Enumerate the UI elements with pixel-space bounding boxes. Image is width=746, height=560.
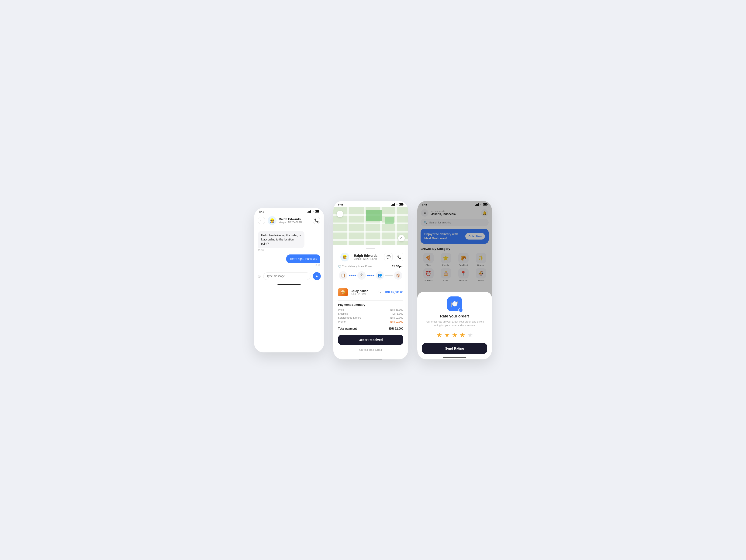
step-4-icon: 🏠 bbox=[394, 271, 402, 280]
stars-row: ★ ★ ★ ★ ★ bbox=[422, 331, 487, 339]
price-value: IDR 45,000 bbox=[390, 308, 403, 311]
message-bubble-outgoing: That's right, thank you bbox=[286, 254, 320, 263]
order-item-price: IDR 45,000.00 bbox=[385, 290, 403, 294]
star-4[interactable]: ★ bbox=[459, 331, 465, 339]
home-bar-2 bbox=[333, 357, 408, 359]
rating-description: Your order has arrived. Enjoy your order… bbox=[422, 320, 487, 328]
chat-input-area: ⊕ ➤ bbox=[254, 270, 324, 282]
price-label: Price bbox=[338, 308, 344, 311]
order-driver-info: Ralph Edwards Vespa · N123456AB bbox=[354, 254, 384, 260]
divider-2 bbox=[338, 300, 403, 301]
home-bar-1 bbox=[254, 282, 324, 287]
signal-icon bbox=[308, 211, 311, 213]
total-value: IDR 52,000 bbox=[389, 327, 403, 330]
status-bar-1: 9:41 ▲ bbox=[254, 208, 324, 214]
attach-icon[interactable]: ⊕ bbox=[257, 274, 261, 279]
payment-title: Payment Summary bbox=[338, 303, 403, 306]
order-received-button[interactable]: Order Received bbox=[338, 335, 403, 345]
call-button[interactable]: 📞 bbox=[313, 217, 320, 224]
map-back-button[interactable]: ← bbox=[337, 211, 343, 217]
home-indicator bbox=[278, 284, 301, 285]
map-compass[interactable]: ⊙ bbox=[398, 235, 405, 242]
call-action-button[interactable]: 📞 bbox=[395, 253, 403, 261]
battery-icon bbox=[315, 211, 319, 213]
order-driver-avatar: 👷 bbox=[340, 253, 349, 261]
payment-row-promo: Promo -IDR 10,000 bbox=[338, 320, 403, 323]
chat-messages: Hello! I'm delivering the order, is it a… bbox=[254, 228, 324, 270]
message-bubble-incoming: Hello! I'm delivering the order, is it a… bbox=[258, 231, 305, 248]
order-item-info: Spicy Italian 225g · 347kcal bbox=[351, 289, 376, 295]
message-outgoing: That's right, thank you 15:18 bbox=[258, 254, 320, 267]
driver-name: Ralph Edwards bbox=[279, 217, 313, 221]
status-time-2: 9:41 bbox=[338, 203, 343, 206]
message-time-incoming: 15:18 bbox=[258, 249, 264, 252]
step-line-1 bbox=[349, 275, 356, 276]
message-time-outgoing: 15:18 bbox=[314, 264, 320, 267]
status-time-1: 9:41 bbox=[259, 210, 264, 213]
order-driver-row: 👷 Ralph Edwards Vespa · N123456AB 💬 📞 bbox=[338, 253, 403, 261]
check-badge-icon: ✓ bbox=[458, 308, 463, 312]
map-area: ← ⊙ bbox=[333, 207, 408, 245]
chat-header: ← 👷 Ralph Edwards Vespa · N123456AB 📞 bbox=[254, 214, 324, 228]
progress-steps: 📋 ⏱️ 👥 🏠 bbox=[338, 271, 403, 280]
driver-vehicle: Vespa · N123456AB bbox=[279, 221, 313, 224]
delivery-time-row: 🕐 Your delivery time · 12min 15:30pm bbox=[338, 265, 403, 268]
send-message-button[interactable]: ➤ bbox=[313, 272, 321, 280]
rating-overlay: 🍽️ ✓ Rate your order! Your order has arr… bbox=[417, 201, 492, 359]
order-item-meta: 225g · 347kcal bbox=[351, 293, 376, 295]
status-icons-1: ▲ bbox=[308, 210, 319, 213]
star-3[interactable]: ★ bbox=[452, 331, 458, 339]
cancel-order-button[interactable]: Cancel Your Order bbox=[338, 346, 403, 353]
divider-total bbox=[338, 325, 403, 325]
message-input[interactable] bbox=[263, 273, 311, 280]
divider-1 bbox=[338, 284, 403, 284]
payment-row-service: Service fees & more IDR 12,000 bbox=[338, 316, 403, 319]
order-sheet: 👷 Ralph Edwards Vespa · N123456AB 💬 📞 🕐 … bbox=[333, 245, 408, 357]
order-item-row: 🥪 Spicy Italian 225g · 347kcal 1x IDR 45… bbox=[338, 286, 403, 298]
shipping-label: Shipping bbox=[338, 312, 348, 315]
star-2[interactable]: ★ bbox=[444, 331, 450, 339]
food-thumbnail: 🥪 bbox=[338, 288, 348, 296]
wifi-icon-2: ▲ bbox=[396, 203, 398, 206]
message-incoming: Hello! I'm delivering the order, is it a… bbox=[258, 231, 320, 252]
phone-order: 9:41 ▲ bbox=[333, 201, 408, 359]
service-label: Service fees & more bbox=[338, 316, 361, 319]
rating-modal: 🍽️ ✓ Rate your order! Your order has arr… bbox=[417, 292, 492, 359]
scene: 9:41 ▲ ← 👷 Ralph Edwards Vespa · N123456… bbox=[233, 187, 513, 373]
driver-avatar: 👷 bbox=[268, 216, 277, 225]
star-1[interactable]: ★ bbox=[436, 331, 442, 339]
service-value: IDR 12,000 bbox=[390, 316, 403, 319]
driver-info: Ralph Edwards Vespa · N123456AB bbox=[279, 217, 313, 224]
step-line-3 bbox=[385, 275, 393, 276]
delivery-time-label: Your delivery time · 12min bbox=[342, 265, 372, 268]
back-arrow-icon: ← bbox=[260, 219, 263, 223]
back-button[interactable]: ← bbox=[258, 217, 265, 224]
send-rating-button[interactable]: Send Rating bbox=[422, 343, 487, 354]
drag-handle bbox=[366, 248, 375, 249]
chat-action-button[interactable]: 💬 bbox=[384, 253, 393, 261]
rating-title: Rate your order! bbox=[422, 314, 487, 318]
status-icons-2: ▲ bbox=[392, 203, 403, 206]
step-2-icon: ⏱️ bbox=[357, 271, 366, 280]
clock-icon: 🕐 bbox=[338, 265, 341, 268]
home-indicator-2 bbox=[359, 359, 382, 359]
wifi-icon: ▲ bbox=[312, 210, 314, 213]
total-label: Total payment bbox=[338, 327, 357, 330]
phone-rating: 9:41 ▲ ≡ Current location Jakarta, Indon… bbox=[417, 201, 492, 359]
home-bar-3 bbox=[417, 355, 492, 359]
payment-summary: Payment Summary Price IDR 45,000 Shippin… bbox=[338, 303, 403, 330]
step-1-icon: 📋 bbox=[339, 271, 347, 280]
delivery-time-badge: 🕐 Your delivery time · 12min bbox=[338, 265, 372, 268]
shipping-value: IDR 5,000 bbox=[392, 312, 403, 315]
signal-icon-2 bbox=[392, 203, 395, 206]
star-5[interactable]: ★ bbox=[467, 331, 473, 339]
battery-icon-2 bbox=[399, 203, 403, 206]
order-driver-vehicle: Vespa · N123456AB bbox=[354, 257, 384, 260]
step-3-icon: 👥 bbox=[376, 271, 384, 280]
order-actions: 💬 📞 bbox=[384, 253, 403, 261]
send-icon: ➤ bbox=[315, 274, 318, 278]
order-item-name: Spicy Italian bbox=[351, 289, 376, 293]
promo-value: -IDR 10,000 bbox=[390, 320, 403, 323]
payment-row-price: Price IDR 45,000 bbox=[338, 308, 403, 311]
phone-chat: 9:41 ▲ ← 👷 Ralph Edwards Vespa · N123456… bbox=[254, 208, 324, 353]
